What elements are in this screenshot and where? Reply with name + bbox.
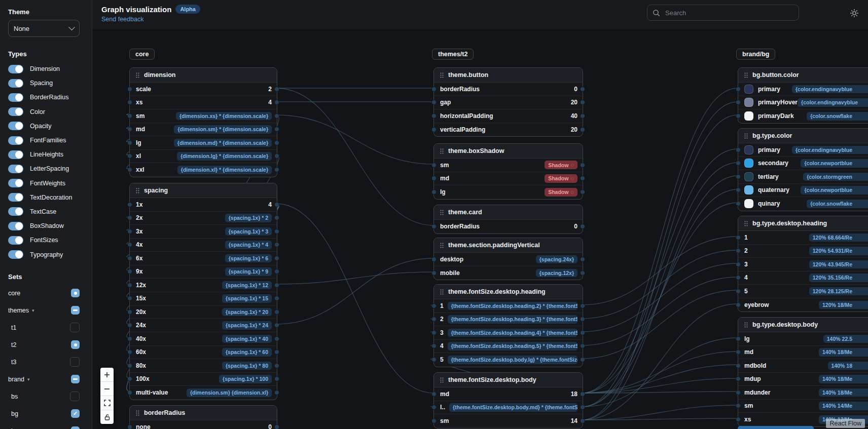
handle-right[interactable] bbox=[274, 140, 279, 145]
handle-left[interactable] bbox=[127, 424, 132, 429]
toggle-switch[interactable] bbox=[8, 179, 23, 187]
toggle-switch[interactable] bbox=[8, 79, 23, 88]
handle-left[interactable] bbox=[431, 189, 437, 194]
set-label[interactable]: t2 bbox=[8, 341, 16, 348]
set-label[interactable]: bs bbox=[8, 393, 18, 400]
handle-left[interactable] bbox=[127, 140, 132, 145]
set-checkbox-t3[interactable] bbox=[70, 357, 80, 367]
handle-right[interactable] bbox=[580, 100, 585, 105]
handle-left[interactable] bbox=[736, 363, 741, 368]
handle-left[interactable] bbox=[736, 187, 741, 192]
drag-handle-icon[interactable] bbox=[744, 72, 748, 78]
handle-left[interactable] bbox=[431, 224, 437, 229]
group-label-core[interactable]: core bbox=[129, 49, 155, 60]
drag-handle-icon[interactable] bbox=[440, 148, 444, 154]
drag-handle-icon[interactable] bbox=[136, 188, 139, 193]
drag-handle-icon[interactable] bbox=[440, 377, 444, 383]
toggle-switch[interactable] bbox=[8, 136, 23, 145]
search-input[interactable] bbox=[664, 9, 793, 17]
handle-left[interactable] bbox=[431, 270, 437, 276]
node-header[interactable]: bg.button.color bbox=[738, 68, 868, 83]
handle-left[interactable] bbox=[736, 336, 741, 341]
node-header[interactable]: borderRadius bbox=[130, 406, 277, 420]
handle-left[interactable] bbox=[736, 275, 741, 280]
zoom-in-button[interactable] bbox=[100, 368, 114, 382]
node-header[interactable]: bg.type.color bbox=[738, 129, 868, 143]
node-theme.section.paddingVertical[interactable]: theme.section.paddingVerticaldesktop{spa… bbox=[433, 238, 583, 280]
group-label-brand/bg[interactable]: brand/bg bbox=[736, 49, 775, 60]
handle-left[interactable] bbox=[736, 113, 741, 119]
handle-left[interactable] bbox=[127, 87, 132, 92]
node-header[interactable]: theme.fontSize.desktop.heading bbox=[434, 285, 583, 299]
node-borderRadius[interactable]: borderRadiusnone0 bbox=[129, 405, 277, 429]
drag-handle-icon[interactable] bbox=[440, 243, 444, 248]
zoom-out-button[interactable] bbox=[100, 382, 114, 396]
handle-right[interactable] bbox=[580, 127, 585, 132]
node-theme.fontSize.desktop.heading[interactable]: theme.fontSize.desktop.heading1{theme.fo… bbox=[433, 284, 583, 367]
handle-left[interactable] bbox=[127, 296, 132, 301]
handle-left[interactable] bbox=[736, 289, 741, 294]
handle-left[interactable] bbox=[127, 349, 132, 355]
handle-right[interactable] bbox=[580, 163, 585, 168]
node-header[interactable]: theme.boxShadow bbox=[434, 144, 583, 159]
handle-right[interactable] bbox=[580, 392, 585, 397]
set-label[interactable]: brand▾ bbox=[8, 376, 30, 383]
fit-view-button[interactable] bbox=[100, 396, 114, 410]
drag-handle-icon[interactable] bbox=[744, 322, 748, 328]
drag-handle-icon[interactable] bbox=[744, 221, 748, 226]
handle-right[interactable] bbox=[580, 257, 585, 262]
handle-right[interactable] bbox=[580, 330, 585, 335]
set-label[interactable]: t1 bbox=[8, 324, 16, 331]
node-theme.boxShadow[interactable]: theme.boxShadowsmShadow◌mdShadow◌lgShado… bbox=[433, 143, 583, 200]
handle-right[interactable] bbox=[274, 153, 279, 159]
handle-left[interactable] bbox=[431, 176, 437, 181]
set-checkbox-core[interactable] bbox=[71, 289, 80, 297]
handle-right[interactable] bbox=[274, 376, 279, 381]
handle-right[interactable] bbox=[274, 87, 279, 92]
handle-right[interactable] bbox=[274, 256, 279, 261]
handle-left[interactable] bbox=[431, 87, 437, 92]
node-spacing[interactable]: spacing1x42x{spacing.1x} * 23x{spacing.1… bbox=[129, 183, 277, 400]
handle-left[interactable] bbox=[431, 405, 437, 410]
drag-handle-icon[interactable] bbox=[744, 133, 748, 139]
handle-left[interactable] bbox=[127, 336, 132, 341]
handle-left[interactable] bbox=[127, 269, 132, 274]
node-dimension[interactable]: dimensionscale2xs4sm{dimension.xs} * {di… bbox=[129, 67, 277, 177]
handle-left[interactable] bbox=[431, 163, 437, 168]
handle-right[interactable] bbox=[274, 202, 279, 207]
node-header[interactable]: dimension bbox=[130, 68, 277, 83]
handle-left[interactable] bbox=[127, 202, 132, 207]
node-header[interactable]: spacing bbox=[130, 183, 277, 198]
node-header[interactable]: theme.section.paddingVertical bbox=[434, 238, 583, 253]
handle-left[interactable] bbox=[736, 376, 741, 381]
toggle-switch[interactable] bbox=[8, 222, 23, 230]
handle-right[interactable] bbox=[274, 269, 279, 274]
handle-left[interactable] bbox=[736, 87, 741, 92]
handle-left[interactable] bbox=[431, 343, 437, 348]
handle-right[interactable] bbox=[580, 87, 585, 92]
handle-left[interactable] bbox=[127, 127, 132, 132]
handle-right[interactable] bbox=[580, 189, 585, 194]
handle-right[interactable] bbox=[274, 309, 279, 315]
graph-canvas[interactable]: dimensionscale2xs4sm{dimension.xs} * {di… bbox=[92, 30, 868, 429]
handle-left[interactable] bbox=[431, 357, 437, 362]
toggle-switch[interactable] bbox=[8, 207, 23, 216]
handle-left[interactable] bbox=[431, 100, 437, 105]
handle-left[interactable] bbox=[431, 257, 437, 262]
set-checkbox-themes[interactable] bbox=[71, 306, 80, 315]
handle-right[interactable] bbox=[274, 167, 279, 172]
node-theme.button[interactable]: theme.buttonborderRadius0gap20horizontal… bbox=[433, 67, 583, 137]
drag-handle-icon[interactable] bbox=[440, 72, 444, 78]
handle-right[interactable] bbox=[274, 349, 279, 355]
toggle-switch[interactable] bbox=[8, 65, 23, 73]
handle-right[interactable] bbox=[580, 176, 585, 181]
set-label[interactable]: byn bbox=[8, 427, 21, 429]
node-header[interactable]: bg.type.desktop.body bbox=[738, 318, 868, 332]
handle-left[interactable] bbox=[736, 235, 741, 240]
handle-right[interactable] bbox=[274, 323, 279, 328]
handle-right[interactable] bbox=[274, 390, 279, 395]
handle-left[interactable] bbox=[127, 113, 132, 119]
handle-left[interactable] bbox=[127, 229, 132, 234]
handle-left[interactable] bbox=[736, 161, 741, 166]
handle-left[interactable] bbox=[431, 418, 437, 423]
